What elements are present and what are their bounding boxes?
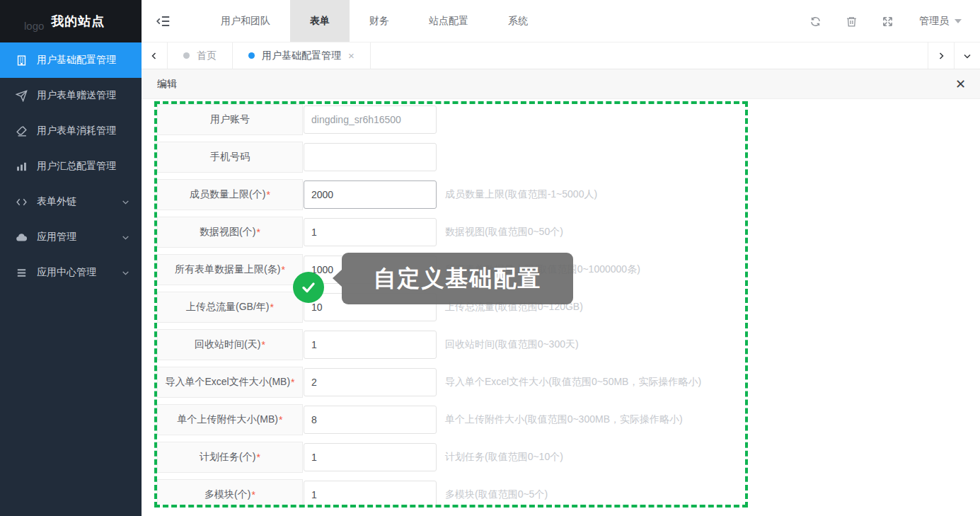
nav-item-site-config[interactable]: 站点配置 [409, 0, 488, 42]
send-icon [16, 90, 28, 102]
sidebar-item-form-external-link[interactable]: 表单外链 [0, 184, 142, 219]
chevron-down-icon [121, 233, 130, 242]
label-text: 单个上传附件大小(MB) [178, 413, 278, 426]
excel-size-input[interactable] [304, 368, 437, 396]
required-mark: * [291, 377, 294, 388]
tooltip-arrow-icon [333, 270, 342, 287]
form-row-multi-module: 多模块(个)* 多模块(取值范围0~5个) [157, 479, 745, 508]
top-nav: 用户和团队 表单 财务 站点配置 系统 [201, 0, 548, 42]
nav-item-users-teams[interactable]: 用户和团队 [201, 0, 290, 42]
site-title: 我的站点 [51, 13, 105, 30]
fullscreen-icon[interactable] [882, 16, 894, 28]
header-actions: 管理员 [785, 0, 980, 42]
tab-user-base-config[interactable]: 用户基础配置管理 × [233, 42, 371, 69]
bar-chart-icon [16, 161, 28, 173]
tab-status-dot [248, 52, 255, 59]
form-row-member-limit: 成员数量上限(个)* 成员数量上限(取值范围-1~5000人) [157, 179, 745, 210]
tabs-menu-icon[interactable] [954, 42, 980, 69]
sidebar-item-summary-config[interactable]: 用户汇总配置管理 [0, 149, 142, 184]
tab-label: 用户基础配置管理 [262, 50, 341, 62]
guide-tooltip: 自定义基础配置 [342, 253, 573, 304]
multi-module-input[interactable] [304, 481, 437, 508]
guide-highlight-box: 用户账号 手机号码 成员数量上限(个)* 成员数量上限(取值范围-1~5000人… [154, 101, 748, 508]
nav-item-label: 表单 [310, 15, 330, 28]
data-views-input[interactable] [304, 218, 437, 246]
menu-fold-icon[interactable] [142, 0, 184, 42]
chevron-down-icon [121, 197, 130, 207]
field-hint: 回收站时间(取值范围0~300天) [445, 338, 579, 351]
required-mark: * [261, 339, 265, 350]
field-label: 回收站时间(天)* [157, 329, 303, 360]
required-mark: * [251, 489, 255, 500]
form-row-scheduled-tasks: 计划任务(个)* 计划任务(取值范围0~10个) [157, 442, 745, 473]
member-limit-input[interactable] [304, 180, 437, 209]
sidebar-item-label: 用户基础配置管理 [37, 54, 116, 67]
form-row-excel-size: 导入单个Excel文件大小(MB)* 导入单个Excel文件大小(取值范围0~5… [157, 367, 745, 398]
refresh-icon[interactable] [809, 16, 822, 28]
account-input[interactable] [304, 105, 437, 134]
field-label: 数据视图(个)* [157, 217, 303, 248]
field-hint: 多模块(取值范围0~5个) [445, 488, 548, 501]
tabs-scroll-left-icon[interactable] [142, 42, 168, 69]
tab-home[interactable]: 首页 [168, 42, 233, 69]
tabs-scroll-right-icon[interactable] [928, 42, 954, 69]
field-label: 成员数量上限(个)* [157, 179, 303, 210]
chevron-down-icon [121, 268, 130, 277]
label-text: 导入单个Excel文件大小(MB) [165, 376, 290, 389]
label-text: 计划任务(个) [200, 451, 255, 464]
field-label: 上传总流量(GB/年)* [157, 292, 303, 323]
sidebar-item-app-management[interactable]: 应用管理 [0, 219, 142, 255]
label-text: 回收站时间(天) [195, 338, 260, 351]
field-label: 手机号码 [157, 142, 303, 173]
caret-down-icon [955, 19, 962, 23]
nav-item-label: 财务 [369, 15, 389, 28]
field-hint: 成员数量上限(取值范围-1~5000人) [445, 188, 597, 201]
list-icon [16, 267, 28, 279]
tab-spacer [371, 42, 928, 69]
nav-item-finance[interactable]: 财务 [350, 0, 409, 42]
code-icon [16, 196, 28, 208]
field-hint: 数据视图(取值范围0~50个) [445, 226, 563, 239]
sidebar-item-label: 应用管理 [37, 231, 76, 243]
required-mark: * [270, 302, 274, 313]
sidebar-item-label: 应用中心管理 [37, 266, 96, 279]
required-mark: * [256, 452, 260, 463]
field-label: 计划任务(个)* [157, 442, 303, 473]
nav-item-forms[interactable]: 表单 [290, 0, 350, 42]
field-label: 用户账号 [157, 104, 303, 135]
form: 用户账号 手机号码 成员数量上限(个)* 成员数量上限(取值范围-1~5000人… [157, 104, 745, 508]
field-label: 导入单个Excel文件大小(MB)* [157, 367, 303, 398]
panel-close-icon[interactable]: ✕ [955, 78, 966, 91]
phone-input[interactable] [304, 143, 437, 171]
user-label: 管理员 [919, 15, 949, 28]
logo-image: logo [24, 20, 44, 32]
user-dropdown[interactable]: 管理员 [919, 15, 962, 28]
scheduled-tasks-input[interactable] [304, 443, 437, 471]
sidebar-item-label: 用户表单赠送管理 [37, 89, 116, 102]
check-circle-icon [293, 272, 324, 303]
sidebar-item-label: 用户汇总配置管理 [37, 160, 116, 173]
edit-panel-header: 编辑 ✕ [142, 69, 980, 99]
required-mark: * [266, 189, 270, 200]
sidebar-item-form-gift[interactable]: 用户表单赠送管理 [0, 78, 142, 113]
label-text: 多模块(个) [204, 488, 250, 501]
nav-item-label: 用户和团队 [221, 15, 270, 28]
recycle-time-input[interactable] [304, 331, 437, 359]
label-text: 用户账号 [210, 113, 250, 126]
sidebar-item-label: 表单外链 [37, 195, 76, 208]
field-hint: 单个上传附件大小(取值范围0~300MB，实际操作略小) [445, 413, 683, 426]
sidebar-item-app-center-management[interactable]: 应用中心管理 [0, 255, 142, 290]
field-hint: 计划任务(取值范围0~10个) [445, 451, 563, 464]
label-text: 手机号码 [210, 151, 250, 164]
nav-item-system[interactable]: 系统 [488, 0, 548, 42]
field-label: 单个上传附件大小(MB)* [157, 404, 303, 435]
attachment-size-input[interactable] [304, 406, 437, 434]
form-row-phone: 手机号码 [157, 142, 745, 173]
tab-close-icon[interactable]: × [348, 50, 354, 62]
form-row-data-views: 数据视图(个)* 数据视图(取值范围0~50个) [157, 217, 745, 248]
trash-icon[interactable] [846, 16, 858, 28]
sidebar-item-user-base-config[interactable]: 用户基础配置管理 [0, 42, 142, 78]
required-mark: * [279, 414, 282, 425]
sidebar-item-form-consume[interactable]: 用户表单消耗管理 [0, 113, 142, 149]
edit-form-content: 用户账号 手机号码 成员数量上限(个)* 成员数量上限(取值范围-1~5000人… [142, 99, 980, 516]
